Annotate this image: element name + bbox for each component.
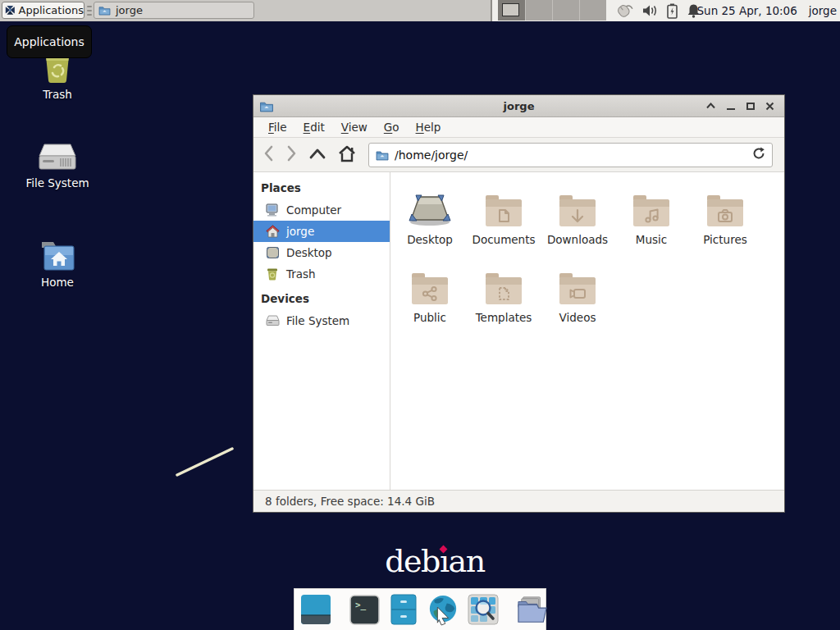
terminal-icon: >_	[349, 595, 380, 625]
applications-menu-label: Applications	[19, 4, 84, 16]
applications-menu-button[interactable]: Applications	[2, 2, 84, 19]
sidebar-item-label: jorge	[286, 225, 314, 238]
file-item-desktop[interactable]: Desktop	[393, 180, 467, 258]
desktop-icon	[265, 246, 280, 259]
path-folder-icon	[376, 149, 389, 161]
menu-edit[interactable]: Edit	[295, 118, 333, 136]
minimize-button[interactable]	[725, 101, 736, 112]
path-text[interactable]: /home/jorge/	[395, 148, 752, 162]
file-manager-window: jorge File Edit View Go Help	[253, 94, 785, 513]
close-button[interactable]	[765, 101, 775, 112]
sidebar-item-trash[interactable]: Trash	[253, 263, 390, 285]
file-item-documents[interactable]: Documents	[467, 180, 541, 258]
menu-file[interactable]: File	[260, 118, 295, 136]
up-button[interactable]	[309, 148, 326, 162]
app-finder-launcher[interactable]	[468, 594, 499, 625]
path-bar[interactable]: /home/jorge/	[368, 143, 773, 167]
workspace-switcher[interactable]	[498, 0, 606, 21]
drive-icon	[265, 315, 280, 326]
window-folder-icon	[259, 100, 274, 112]
file-manager-launcher[interactable]	[389, 594, 418, 625]
home-icon	[265, 225, 280, 238]
file-item-public[interactable]: Public	[393, 258, 467, 336]
desktop-icon-file-system[interactable]: File System	[16, 141, 98, 189]
file-item-downloads[interactable]: Downloads	[541, 180, 614, 258]
window-titlebar[interactable]: jorge	[253, 95, 784, 117]
places-header: Places	[253, 177, 390, 199]
menu-view[interactable]: View	[333, 118, 376, 136]
web-browser-launcher[interactable]	[427, 594, 459, 625]
desktop-icon-home[interactable]: Home	[16, 239, 98, 289]
sidebar-item-computer[interactable]: Computer	[253, 199, 390, 221]
file-item-templates[interactable]: Templates	[467, 258, 541, 336]
logo-text: an	[449, 543, 485, 579]
system-tray	[614, 0, 701, 21]
forward-button[interactable]	[286, 145, 297, 164]
logo-i: ı	[440, 545, 449, 578]
public-folder-icon	[410, 258, 450, 306]
maximize-button[interactable]	[745, 101, 756, 112]
workspace-3[interactable]	[552, 0, 579, 21]
menubar: File Edit View Go Help	[253, 117, 784, 138]
file-item-videos[interactable]: Videos	[541, 258, 614, 336]
reload-button[interactable]	[752, 147, 765, 162]
file-item-music[interactable]: Music	[614, 180, 688, 258]
desktop-icon-label: File System	[25, 176, 89, 189]
volume-icon[interactable]	[642, 4, 658, 17]
workspace-1[interactable]	[498, 0, 525, 21]
panel-username: jorge	[809, 4, 837, 17]
folder-launcher[interactable]	[517, 594, 548, 625]
file-cabinet-icon	[389, 594, 418, 625]
show-desktop-icon	[300, 594, 331, 625]
mouse-icon[interactable]	[614, 2, 633, 19]
sidebar-item-label: Trash	[286, 267, 316, 281]
desktop-icon-label: Trash	[43, 88, 72, 101]
sidebar-item-desktop[interactable]: Desktop	[253, 242, 390, 263]
desktop-icon-label: Home	[41, 276, 74, 289]
dock-panel: >_	[294, 588, 546, 630]
home-folder-icon	[39, 239, 76, 273]
application-finder-icon	[468, 594, 499, 625]
sidebar-item-label: File System	[286, 314, 349, 327]
trash-icon	[265, 267, 280, 281]
tooltip-text: Applications	[14, 35, 84, 48]
show-desktop-button[interactable]	[300, 594, 331, 625]
taskbar-window-label: jorge	[116, 4, 143, 16]
sidebar-item-label: Computer	[286, 203, 341, 217]
top-panel: Applications jorge	[0, 0, 840, 21]
workspace-4[interactable]	[579, 0, 606, 21]
sidebar-item-label: Desktop	[286, 246, 332, 259]
debian-logo: debıan	[353, 545, 517, 578]
svg-text:>_: >_	[355, 600, 367, 610]
battery-icon[interactable]	[667, 3, 678, 19]
panel-plugin-handle[interactable]	[87, 6, 92, 16]
statusbar: 8 folders, Free space: 14.4 GiB	[253, 490, 784, 512]
sidebar-item-jorge[interactable]: jorge	[253, 221, 390, 242]
wallpaper-line	[172, 443, 240, 481]
taskbar-window-button[interactable]: jorge	[94, 2, 254, 19]
menu-go[interactable]: Go	[376, 118, 408, 136]
toolbar: /home/jorge/	[253, 138, 784, 172]
back-button[interactable]	[263, 145, 274, 164]
computer-icon	[265, 203, 280, 217]
terminal-launcher[interactable]: >_	[349, 594, 380, 625]
file-list: Desktop Documents	[390, 172, 784, 490]
workspace-2[interactable]	[525, 0, 552, 21]
side-pane: Places Computer	[253, 172, 390, 490]
sidebar-item-file-system[interactable]: File System	[253, 310, 390, 331]
statusbar-text: 8 folders, Free space: 14.4 GiB	[265, 495, 435, 508]
devices-header: Devices	[253, 285, 390, 310]
logo-text: deb	[385, 543, 440, 579]
clock[interactable]: Sun 25 Apr, 10:06	[697, 4, 797, 17]
xfce-menu-icon	[5, 4, 16, 17]
home-button[interactable]	[338, 145, 356, 165]
workspace-window-thumb	[502, 3, 519, 16]
window-title: jorge	[253, 100, 784, 112]
templates-folder-icon	[484, 258, 523, 306]
documents-folder-icon	[484, 180, 523, 228]
menu-help[interactable]: Help	[408, 118, 450, 136]
file-item-pictures[interactable]: Pictures	[688, 180, 762, 258]
applications-tooltip: Applications	[7, 25, 92, 58]
shade-button[interactable]	[705, 101, 716, 112]
videos-folder-icon	[558, 258, 597, 306]
